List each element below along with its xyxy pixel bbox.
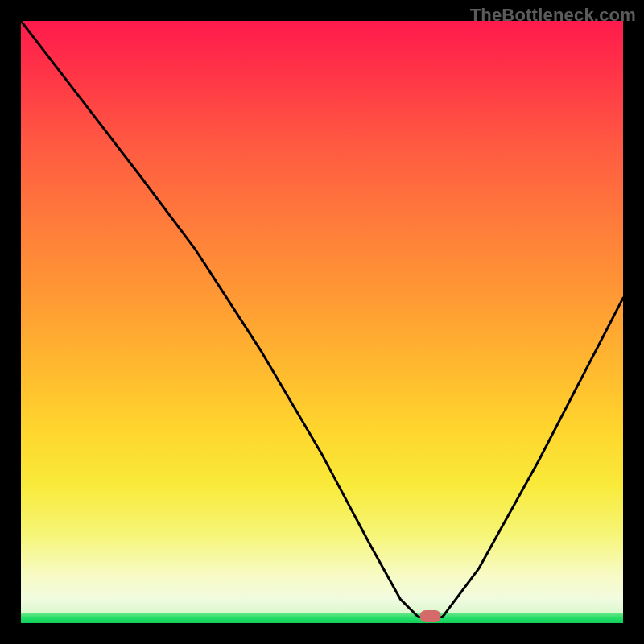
gradient-background [21,21,623,623]
plot-area [21,21,623,623]
outer-frame: TheBottleneck.com [0,0,644,644]
bottom-green-band [21,613,623,623]
